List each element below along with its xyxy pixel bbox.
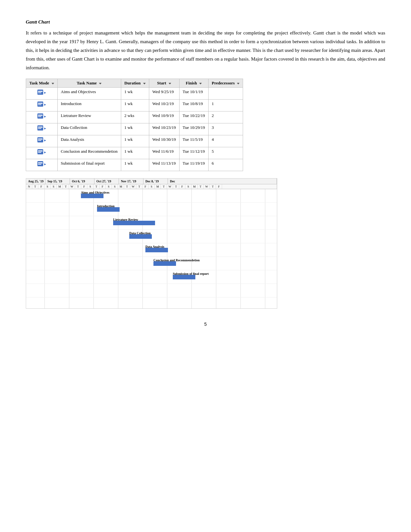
task-mode-icon xyxy=(37,149,46,156)
col-header-predecessors[interactable]: Predecessors xyxy=(208,79,243,88)
table-row: Aims and Objectives1 wkWed 9/25/19Tue 10… xyxy=(26,88,243,100)
predecessors-cell: 1 xyxy=(208,100,243,111)
gantt-row-empty2 xyxy=(26,297,277,309)
task-mode-icon xyxy=(37,89,46,96)
duration-cell: 2 wks xyxy=(121,111,149,123)
finish-sort-icon[interactable] xyxy=(199,83,202,84)
day-N: N xyxy=(26,184,32,189)
svg-rect-22 xyxy=(38,152,41,153)
start-cell: Wed 10/23/19 xyxy=(149,123,179,135)
gantt-row-dataanalysis: Data Analysis xyxy=(26,243,277,257)
finish-cell: Tue 11/5/19 xyxy=(179,135,208,147)
bar-dataanalysis xyxy=(145,248,168,252)
gantt-row-aims: Aims and Objectives xyxy=(26,189,277,203)
svg-rect-18 xyxy=(38,140,41,141)
task-mode-cell xyxy=(26,147,58,159)
duration-cell: 1 wk xyxy=(121,159,149,171)
duration-cell: 1 wk xyxy=(121,100,149,111)
day-rest xyxy=(222,184,277,189)
gantt-row-datacol: Data Collection xyxy=(26,230,277,243)
task-name-cell: Introduction xyxy=(57,100,121,111)
start-sort-icon[interactable] xyxy=(169,83,171,84)
period-dec: Dec xyxy=(168,179,277,184)
day-S6: S xyxy=(149,184,155,189)
svg-rect-9 xyxy=(38,115,43,116)
day-T10: T xyxy=(210,184,216,189)
period-nov17: Nov 17, '19 xyxy=(119,179,143,184)
period-oct27: Oct 27, '19 xyxy=(94,179,119,184)
svg-marker-3 xyxy=(44,92,46,94)
svg-rect-6 xyxy=(38,104,41,105)
bar-submission xyxy=(173,275,195,279)
svg-rect-10 xyxy=(38,116,41,117)
task-mode-icon xyxy=(37,137,46,144)
svg-marker-7 xyxy=(44,104,46,106)
day-M2: M xyxy=(118,184,124,189)
duration-cell: 1 wk xyxy=(121,123,149,135)
day-S4: S xyxy=(106,184,112,189)
day-T1: T xyxy=(32,184,38,189)
day-T5: T xyxy=(124,184,130,189)
col-header-task-mode[interactable]: Task Mode xyxy=(26,79,58,88)
day-S7: S xyxy=(185,184,191,189)
bar-aims xyxy=(81,194,103,198)
day-T4: T xyxy=(93,184,100,189)
svg-rect-12 xyxy=(37,125,43,131)
gantt-chart-container: Aug 25, '19 Sep 15, '19 Oct 6, '19 Oct 2… xyxy=(26,178,277,309)
day-M3: M xyxy=(155,184,161,189)
svg-rect-25 xyxy=(38,162,43,163)
col-header-finish[interactable]: Finish xyxy=(179,79,208,88)
bar-lit xyxy=(113,221,155,225)
task-name-cell: Lietrature Review xyxy=(57,111,121,123)
gantt-row-lit: Lietrature Review xyxy=(26,216,277,230)
day-T3: T xyxy=(75,184,81,189)
period-sep15: Sep 15, '19 xyxy=(45,179,70,184)
gantt-table: Task Mode Task Name Duration Start Finis… xyxy=(26,79,243,171)
task-name-cell: Submission of final report xyxy=(57,159,121,171)
svg-rect-1 xyxy=(38,91,43,92)
svg-rect-24 xyxy=(37,161,43,166)
col-header-task-name[interactable]: Task Name xyxy=(57,79,121,88)
gantt-period-header: Aug 25, '19 Sep 15, '19 Oct 6, '19 Oct 2… xyxy=(26,179,277,184)
period-aug25: Aug 25, '19 xyxy=(26,179,45,184)
task-mode-sort-icon[interactable] xyxy=(52,83,54,84)
gantt-row-conclusion: Conclusion and Recommendetion xyxy=(26,257,277,270)
task-name-sort-icon[interactable] xyxy=(99,83,102,84)
task-mode-cell xyxy=(26,100,58,111)
task-mode-icon xyxy=(37,161,46,168)
day-F3: F xyxy=(100,184,106,189)
duration-sort-icon[interactable] xyxy=(143,83,146,84)
col-header-duration[interactable]: Duration xyxy=(121,79,149,88)
svg-marker-15 xyxy=(44,128,46,130)
svg-rect-26 xyxy=(38,164,41,165)
svg-rect-8 xyxy=(37,113,43,119)
predecessors-sort-icon[interactable] xyxy=(237,83,240,84)
finish-cell: Tue 10/29/19 xyxy=(179,123,208,135)
finish-cell: Tue 10/1/19 xyxy=(179,88,208,100)
svg-rect-5 xyxy=(38,103,43,104)
start-cell: Wed 11/13/19 xyxy=(149,159,179,171)
duration-cell: 1 wk xyxy=(121,88,149,100)
task-mode-cell xyxy=(26,111,58,123)
day-M4: M xyxy=(191,184,198,189)
bar-intro xyxy=(97,207,120,212)
day-F5: F xyxy=(179,184,185,189)
day-S3: S xyxy=(87,184,93,189)
start-cell: Wed 10/2/19 xyxy=(149,100,179,111)
col-header-start[interactable]: Start xyxy=(149,79,179,88)
finish-cell: Tue 11/12/19 xyxy=(179,147,208,159)
day-S2: S xyxy=(51,184,57,189)
day-F4: F xyxy=(142,184,149,189)
day-F6: F xyxy=(216,184,222,189)
start-cell: Wed 10/30/19 xyxy=(149,135,179,147)
finish-cell: Tue 10/22/19 xyxy=(179,111,208,123)
gantt-row-submission: Submission of final report xyxy=(26,270,277,284)
gantt-row-empty1 xyxy=(26,284,277,297)
table-row: Data Analysis1 wkWed 10/30/19Tue 11/5/19… xyxy=(26,135,243,147)
task-mode-cell xyxy=(26,88,58,100)
gantt-days-header: N T F S S M T W T F S T F S S M T W T F … xyxy=(26,184,277,189)
day-W1: W xyxy=(69,184,75,189)
predecessors-cell: 5 xyxy=(208,147,243,159)
period-dec8: Dec 8, '19 xyxy=(143,179,168,184)
task-name-cell: Aims and Objectives xyxy=(57,88,121,100)
